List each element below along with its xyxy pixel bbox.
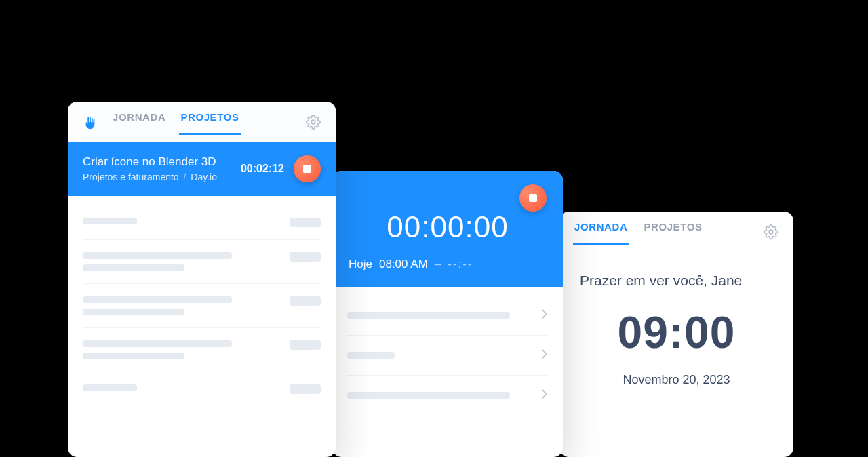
skeleton-line [83,296,232,303]
skeleton-list [68,196,336,416]
time-separator: – [435,258,441,271]
stop-icon [529,194,537,202]
skeleton-pill [290,218,321,227]
list-item[interactable] [83,284,321,328]
list-item[interactable] [83,328,321,372]
skeleton-line [347,352,395,359]
skeleton-line [83,264,184,271]
svg-point-1 [311,120,315,124]
card1-tabs: JORNADA PROJETOS [83,111,239,135]
skeleton-pill [290,384,321,394]
skeleton-line [347,312,510,319]
task-client: Day.io [191,172,217,182]
tab-jornada[interactable]: JORNADA [113,111,165,135]
tab-projetos[interactable]: PROJETOS [644,221,702,245]
breadcrumb-sep: / [179,172,191,182]
chevron-right-icon [541,309,548,321]
stop-button[interactable] [519,184,547,212]
card2-header: 00:00:00 Hoje 08:00 AM – --:-- [332,171,563,287]
skeleton-pill [290,252,321,262]
skeleton-line [83,353,184,359]
card3-body: Prazer em ver você, Jane 09:00 Novembro … [559,245,793,414]
tab-projetos[interactable]: PROJETOS [180,111,239,135]
chevron-right-icon [541,389,548,401]
skeleton-line [83,218,137,224]
gear-icon[interactable] [764,224,778,242]
timer-card: 00:00:00 Hoje 08:00 AM – --:-- [332,171,563,457]
list-item[interactable] [83,205,321,240]
skeleton-line [83,384,137,391]
skeleton-pill [290,340,321,350]
skeleton-line [347,392,510,399]
skeleton-line [83,252,232,259]
skeleton-pill [290,296,321,306]
card3-header: JORNADA PROJETOS [559,212,793,245]
task-elapsed: 00:02:12 [241,163,284,175]
card1-header: JORNADA PROJETOS [68,102,336,142]
list-item[interactable] [83,240,321,284]
stop-icon [303,165,311,173]
card2-list [332,287,563,423]
skeleton-line [83,340,232,347]
current-date: Novembro 20, 2023 [580,373,773,387]
svg-point-0 [769,230,773,234]
list-item[interactable] [347,336,548,376]
time-range: Hoje 08:00 AM – --:-- [349,258,547,271]
start-time: 08:00 AM [379,258,428,271]
task-subtitle: Projetos e faturamento / Day.io [83,172,231,182]
end-time: --:-- [448,258,473,271]
today-label: Hoje [349,258,372,271]
jornada-card: JORNADA PROJETOS Prazer em ver você, Jan… [559,212,793,457]
projects-card: JORNADA PROJETOS Criar ícone no Blender … [68,102,336,457]
active-task-banner: Criar ícone no Blender 3D Projetos e fat… [68,142,336,196]
gear-icon[interactable] [306,115,321,132]
stop-button[interactable] [294,155,321,182]
card3-tabs: JORNADA PROJETOS [574,221,703,245]
tab-jornada[interactable]: JORNADA [574,221,627,245]
greeting-text: Prazer em ver você, Jane [580,273,773,289]
current-time: 09:00 [580,306,773,358]
task-title: Criar ícone no Blender 3D [83,155,231,169]
task-info: Criar ícone no Blender 3D Projetos e fat… [83,155,231,182]
timer-display: 00:00:00 [349,210,547,244]
list-item[interactable] [83,372,321,406]
chevron-right-icon [541,349,548,361]
list-item[interactable] [347,376,548,415]
task-project: Projetos e faturamento [83,172,179,182]
list-item[interactable] [347,296,548,336]
hand-icon [83,116,98,131]
skeleton-line [83,309,184,315]
